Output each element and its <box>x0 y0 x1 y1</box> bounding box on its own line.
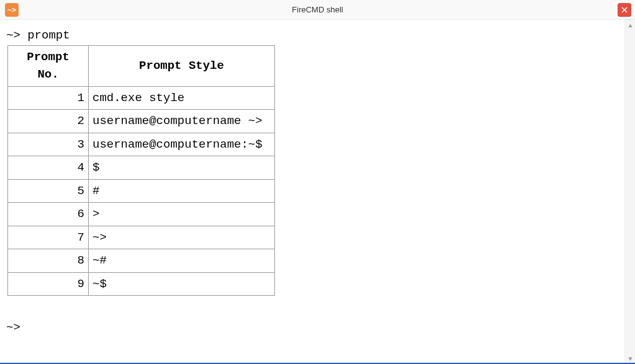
table-header-row: Prompt No. Prompt Style <box>8 45 275 86</box>
table-row: 6 > <box>8 203 275 226</box>
cell-no: 1 <box>8 86 89 110</box>
scroll-up-arrow-icon[interactable]: ▲ <box>625 20 635 30</box>
cell-no: 3 <box>8 133 89 156</box>
table-header-no: Prompt No. <box>8 45 89 86</box>
cell-no: 4 <box>8 156 89 180</box>
cell-style: username@computername ~> <box>89 110 275 133</box>
close-button[interactable] <box>618 3 631 17</box>
cell-no: 5 <box>8 179 89 203</box>
terminal-area[interactable]: ~> prompt Prompt No. Prompt Style 1 cmd.… <box>0 20 624 364</box>
app-icon: ~> <box>5 3 19 17</box>
cell-no: 9 <box>8 272 89 296</box>
prompt-line: ~> <box>6 319 618 336</box>
cell-style: ~> <box>89 226 275 249</box>
close-icon <box>621 7 628 13</box>
cell-style: cmd.exe style <box>89 86 275 110</box>
cell-style: > <box>89 203 275 226</box>
table-row: 1 cmd.exe style <box>8 86 275 110</box>
titlebar: ~> FireCMD shell <box>0 0 635 20</box>
cell-style: $ <box>89 156 275 180</box>
table-row: 3 username@computername:~$ <box>8 133 275 156</box>
table-header-style: Prompt Style <box>89 45 275 86</box>
table-row: 2 username@computername ~> <box>8 110 275 133</box>
vertical-scrollbar[interactable]: ▲ ▼ <box>624 20 635 364</box>
table-row: 9 ~$ <box>8 272 275 296</box>
command-line: ~> prompt <box>6 27 618 44</box>
table-row: 8 ~# <box>8 249 275 273</box>
window-title: FireCMD shell <box>292 5 343 14</box>
cell-no: 2 <box>8 110 89 133</box>
cell-no: 6 <box>8 203 89 226</box>
table-row: 4 $ <box>8 156 275 180</box>
cell-no: 7 <box>8 226 89 249</box>
cell-style: username@computername:~$ <box>89 133 275 156</box>
cell-style: ~# <box>89 249 275 273</box>
cell-style: # <box>89 179 275 203</box>
prompt-table: Prompt No. Prompt Style 1 cmd.exe style … <box>7 45 275 296</box>
content-wrapper: ~> prompt Prompt No. Prompt Style 1 cmd.… <box>0 20 635 364</box>
cell-style: ~$ <box>89 272 275 296</box>
table-row: 7 ~> <box>8 226 275 249</box>
cell-no: 8 <box>8 249 89 273</box>
table-row: 5 # <box>8 179 275 203</box>
